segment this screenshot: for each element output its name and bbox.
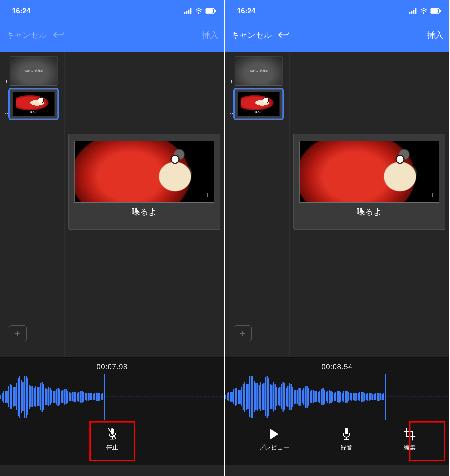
svg-rect-13	[411, 11, 413, 14]
thumb-parrot-image	[16, 94, 52, 110]
slide-canvas[interactable]: + 喋るよ	[290, 52, 449, 357]
svg-point-16	[423, 12, 424, 14]
top-bar: 16:24 キャンセル 挿入	[0, 0, 224, 52]
undo-button[interactable]	[278, 30, 289, 39]
signal-icon	[184, 8, 192, 14]
slide-image[interactable]: +	[74, 141, 214, 203]
thumb-number: 2	[227, 112, 233, 119]
insert-button[interactable]: 挿入	[202, 29, 218, 41]
thumb-title: iWorkの新機能	[235, 57, 282, 85]
playhead[interactable]	[385, 374, 386, 420]
svg-rect-14	[413, 10, 414, 14]
svg-rect-6	[206, 9, 213, 13]
status-bar: 16:24	[0, 0, 224, 22]
status-icons	[409, 8, 441, 14]
record-label: 録音	[340, 443, 352, 452]
waveform[interactable]	[225, 374, 449, 420]
thumb-caption: 喋るよ	[255, 111, 262, 114]
status-time: 16:24	[237, 7, 255, 15]
controls: プレビュー 録音	[225, 420, 449, 465]
signal-icon	[409, 8, 417, 14]
slide-thumbnails: 1 iWorkの新機能 2 喋るよ	[225, 52, 290, 357]
thumb-number: 2	[2, 112, 8, 119]
svg-point-4	[198, 12, 199, 14]
preview-button[interactable]: プレビュー	[259, 427, 289, 452]
battery-icon	[430, 8, 441, 14]
thumb-parrot-image	[241, 94, 277, 110]
plus-icon: +	[15, 327, 21, 339]
svg-rect-12	[409, 12, 410, 14]
status-time: 16:24	[12, 7, 30, 15]
thumb-number: 1	[2, 78, 8, 86]
status-bar: 16:24	[225, 0, 449, 22]
thumb-1[interactable]: 1 iWorkの新機能	[2, 56, 62, 86]
slide-canvas[interactable]: + 喋るよ	[65, 52, 224, 357]
thumb-2[interactable]: 2 喋るよ	[227, 89, 287, 119]
timecode: 00:07.98	[0, 358, 224, 374]
thumb-2[interactable]: 2 喋るよ	[2, 89, 62, 119]
audio-timeline: 00:07.98	[0, 357, 224, 465]
parrot-image	[300, 141, 439, 202]
undo-button[interactable]	[53, 30, 64, 39]
svg-rect-0	[184, 12, 185, 14]
play-icon	[268, 427, 279, 441]
nav-bar: キャンセル 挿入	[225, 22, 449, 52]
waveform[interactable]	[0, 374, 224, 420]
svg-rect-21	[345, 428, 348, 434]
slide-card: + 喋るよ	[68, 134, 220, 229]
thumb-caption: 喋るよ	[30, 111, 37, 114]
svg-rect-2	[188, 10, 189, 14]
thumb-1[interactable]: 1 iWorkの新機能	[227, 56, 287, 86]
wifi-icon	[420, 8, 428, 14]
editor-main: 1 iWorkの新機能 2 喋るよ	[225, 52, 449, 476]
audio-timeline: 00:08.54 プレビュー	[225, 357, 449, 465]
svg-rect-15	[415, 8, 416, 14]
thumb-title: iWorkの新機能	[10, 57, 57, 85]
mic-icon	[341, 427, 351, 441]
svg-rect-19	[440, 10, 441, 12]
svg-point-24	[406, 428, 407, 429]
cancel-button[interactable]: キャンセル	[6, 29, 47, 41]
nav-bar: キャンセル 挿入	[0, 22, 224, 52]
status-icons	[184, 8, 216, 14]
add-slide-button[interactable]: +	[234, 325, 252, 341]
slide-image[interactable]: +	[299, 141, 439, 203]
slide-card: + 喋るよ	[293, 134, 445, 229]
svg-rect-1	[186, 11, 188, 14]
plus-icon: +	[240, 327, 246, 339]
svg-rect-3	[190, 8, 191, 14]
cancel-button[interactable]: キャンセル	[231, 29, 272, 41]
svg-rect-18	[431, 9, 438, 13]
add-overlay-icon[interactable]: +	[205, 190, 210, 200]
slide-caption[interactable]: 喋るよ	[131, 206, 157, 217]
phone-left: 16:24 キャンセル 挿入	[0, 0, 225, 476]
playhead[interactable]	[104, 374, 105, 420]
slide-caption[interactable]: 喋るよ	[356, 206, 382, 217]
highlight-edit	[409, 421, 445, 461]
wifi-icon	[195, 8, 203, 14]
preview-label: プレビュー	[259, 443, 289, 452]
slide-thumbnails: 1 iWorkの新機能 2 喋るよ	[0, 52, 65, 357]
battery-icon	[205, 8, 216, 14]
editor-main: 1 iWorkの新機能 2 喋るよ	[0, 52, 224, 476]
parrot-image	[75, 141, 214, 202]
add-overlay-icon[interactable]: +	[430, 190, 435, 200]
add-slide-button[interactable]: +	[9, 325, 27, 341]
svg-marker-20	[270, 429, 278, 440]
phone-right: 16:24 キャンセル 挿入	[225, 0, 450, 476]
insert-button[interactable]: 挿入	[427, 29, 443, 41]
top-bar: 16:24 キャンセル 挿入	[225, 0, 449, 52]
record-button[interactable]: 録音	[340, 427, 352, 452]
svg-rect-7	[215, 10, 216, 12]
thumb-number: 1	[227, 78, 233, 86]
timecode: 00:08.54	[225, 358, 449, 374]
controls: 停止	[0, 420, 224, 465]
highlight-stop	[89, 421, 135, 461]
